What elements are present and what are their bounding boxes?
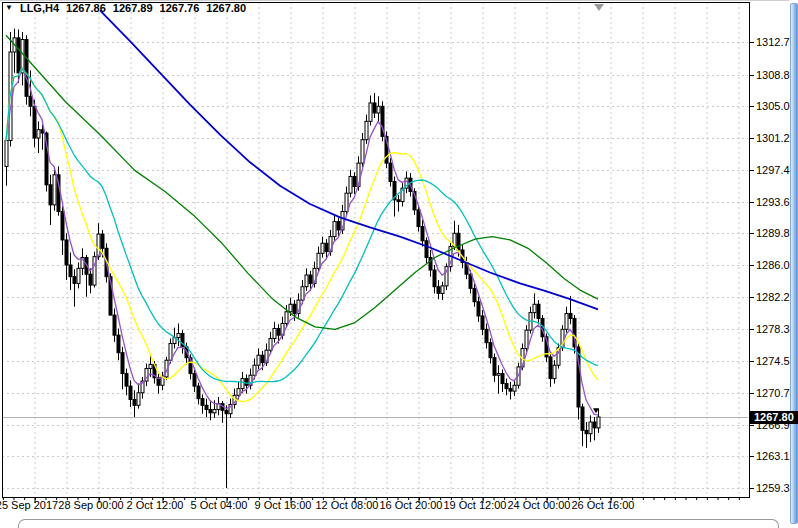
high-value: 1267.89 [113,2,153,14]
symbol-period-label: LLG,H4 [20,2,59,14]
low-value: 1267.76 [160,2,200,14]
time-tick-label: 12 Oct 08:00 [316,499,379,511]
chart-canvas[interactable] [0,0,798,528]
close-value: 1267.80 [206,2,246,14]
time-tick-label: 26 Oct 16:00 [572,499,635,511]
ohlc-header: ▼ LLG,H4 1267.86 1267.89 1267.76 1267.80 [5,2,246,14]
bid-price-box: 1267.80 [749,411,798,424]
chart-window: ▼ LLG,H4 1267.86 1267.89 1267.76 1267.80… [0,0,798,528]
time-tick-label: 16 Oct 20:00 [380,499,443,511]
time-tick-label: 28 Sep 00:00 [58,499,123,511]
time-tick-label: 2 Oct 12:00 [127,499,184,511]
time-tick-label: 19 Oct 12:00 [444,499,507,511]
time-scale[interactable]: 25 Sep 201728 Sep 00:002 Oct 12:005 Oct … [0,498,749,512]
ma-medium-yellow [6,69,598,402]
window-scrollbar[interactable] [790,3,798,524]
panel-divider [18,519,779,528]
time-tick-label: 25 Sep 2017 [0,499,58,511]
quote-down-icon: ▼ [5,2,13,14]
window-top-edge [0,0,789,1]
bid-price-label: 1267.80 [754,411,794,423]
ma-slow-blue [100,10,598,309]
shift-marker-icon [594,4,604,11]
ma-fast-purple [6,68,598,415]
time-tick-label: 24 Oct 00:00 [508,499,571,511]
time-tick-label: 9 Oct 16:00 [255,499,312,511]
open-value: 1267.86 [66,2,106,14]
time-tick-label: 5 Oct 04:00 [191,499,248,511]
